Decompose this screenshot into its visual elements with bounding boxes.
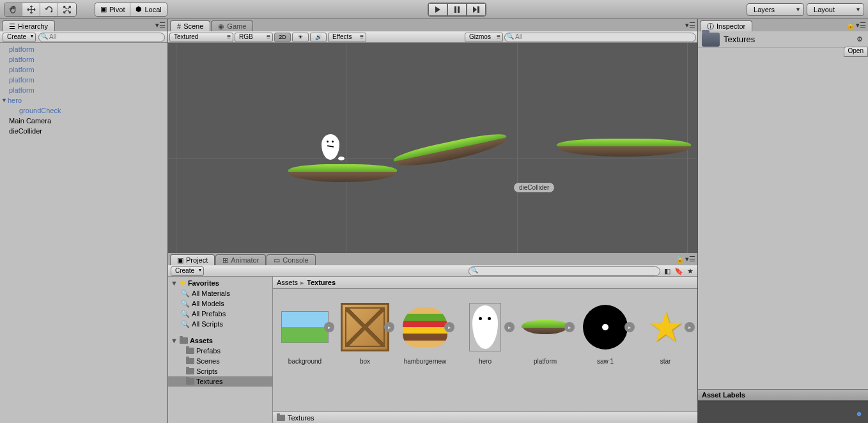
inspector-preview[interactable] bbox=[698, 401, 868, 423]
transform-tools bbox=[4, 3, 77, 17]
animator-tab[interactable]: ⊞ Animator bbox=[215, 254, 266, 265]
expand-icon[interactable]: ▸ bbox=[624, 322, 635, 332]
project-tree[interactable]: ▼★Favorites🔍All Materials🔍All Models🔍All… bbox=[168, 277, 273, 423]
hierarchy-item[interactable]: groundCheck bbox=[0, 105, 167, 116]
2d-toggle[interactable]: 2D bbox=[274, 33, 291, 42]
expand-icon[interactable]: ▸ bbox=[384, 322, 394, 332]
hierarchy-item[interactable]: ▼hero bbox=[0, 95, 167, 105]
effects-dropdown[interactable]: Effects bbox=[328, 33, 366, 42]
project-tab[interactable]: ▣ Project bbox=[170, 254, 215, 265]
folder-item[interactable]: Textures bbox=[168, 376, 272, 387]
project-tab-label: Project bbox=[186, 256, 208, 264]
save-search-icon[interactable]: ★ bbox=[686, 266, 695, 275]
scale-tool[interactable] bbox=[58, 3, 76, 16]
lock-icon[interactable]: 🔓 bbox=[676, 254, 685, 263]
audio-toggle[interactable]: 🔊 bbox=[310, 33, 327, 42]
breadcrumb-root[interactable]: Assets bbox=[277, 279, 298, 286]
scene-search[interactable]: All bbox=[504, 33, 696, 42]
inspector-panel: ⓘ Inspector 🔓 ▾☰ Textures ⚙ Open Asset L… bbox=[698, 19, 868, 423]
inspector-title: Textures bbox=[724, 35, 755, 44]
hierarchy-search[interactable]: All bbox=[38, 33, 165, 42]
hierarchy-item[interactable]: platform bbox=[0, 85, 167, 95]
asset-item[interactable]: ▸saw 1 bbox=[580, 302, 631, 365]
hierarchy-item[interactable]: platform bbox=[0, 54, 167, 65]
filter-label-icon[interactable]: 🔖 bbox=[674, 266, 683, 275]
hierarchy-tab[interactable]: ☰ Hierarchy bbox=[2, 20, 55, 31]
hierarchy-item[interactable]: platform bbox=[0, 75, 167, 85]
asset-labels-header[interactable]: Asset Labels bbox=[698, 389, 868, 401]
project-search[interactable] bbox=[469, 266, 660, 276]
scene-search-placeholder: All bbox=[515, 33, 522, 40]
hierarchy-list[interactable]: platformplatformplatformplatformplatform… bbox=[0, 43, 167, 423]
pivot-label: Pivot bbox=[109, 6, 125, 13]
breadcrumb-current[interactable]: Textures bbox=[307, 279, 336, 286]
hierarchy-item[interactable]: dieCollider bbox=[0, 126, 167, 136]
assets-header[interactable]: ▼Assets bbox=[168, 335, 272, 346]
open-button[interactable]: Open bbox=[844, 47, 868, 57]
local-toggle[interactable]: ⬢ Local bbox=[130, 3, 166, 16]
console-tab[interactable]: ▭ Console bbox=[267, 254, 315, 265]
layout-dropdown[interactable]: Layout bbox=[807, 3, 864, 16]
expand-icon[interactable]: ▸ bbox=[504, 322, 515, 332]
game-tab[interactable]: ◉ Game bbox=[211, 20, 253, 31]
layout-label: Layout bbox=[814, 6, 835, 13]
asset-item[interactable]: ▸box bbox=[339, 302, 391, 365]
top-toolbar: ▣ Pivot ⬢ Local Layers Layout bbox=[0, 0, 868, 19]
favorites-header[interactable]: ▼★Favorites bbox=[168, 278, 272, 288]
asset-grid[interactable]: ▸background▸box▸hamburgernew▸hero▸platfo… bbox=[273, 289, 697, 411]
gizmos-dropdown[interactable]: Gizmos bbox=[465, 33, 503, 42]
hierarchy-panel: ☰ Hierarchy ▾☰ Create All platformplatfo… bbox=[0, 19, 168, 423]
favorite-item[interactable]: 🔍All Scripts bbox=[168, 319, 272, 329]
layers-dropdown[interactable]: Layers bbox=[747, 3, 804, 16]
move-tool[interactable] bbox=[22, 3, 40, 16]
project-panel-options-icon[interactable]: ▾☰ bbox=[686, 254, 695, 263]
asset-item[interactable]: ▸hero bbox=[460, 302, 511, 365]
scene-tab[interactable]: # Scene bbox=[170, 20, 210, 31]
asset-item[interactable]: ★▸star bbox=[640, 302, 691, 365]
folder-icon bbox=[277, 415, 285, 421]
light-toggle[interactable]: ☀ bbox=[292, 33, 309, 42]
folder-item[interactable]: Prefabs bbox=[168, 346, 272, 356]
filter-type-icon[interactable]: ◧ bbox=[663, 266, 672, 275]
render-mode-dropdown[interactable]: RGB bbox=[235, 33, 273, 42]
play-button[interactable] bbox=[428, 3, 447, 16]
folder-item[interactable]: Scripts bbox=[168, 366, 272, 376]
scene-hero[interactable] bbox=[322, 134, 339, 160]
diecollider-label[interactable]: dieCollider bbox=[513, 182, 555, 193]
expand-icon[interactable]: ▸ bbox=[564, 322, 575, 332]
hierarchy-create-button[interactable]: Create bbox=[3, 33, 36, 42]
asset-item[interactable]: ▸hamburgernew bbox=[399, 302, 451, 365]
scene-tab-label: Scene bbox=[183, 22, 203, 30]
panel-options-icon[interactable]: ▾☰ bbox=[156, 20, 165, 29]
breadcrumb-separator-icon: ▸ bbox=[300, 279, 304, 287]
scene-panel-options-icon[interactable]: ▾☰ bbox=[686, 20, 695, 29]
inspector-lock-icon[interactable]: 🔓 bbox=[846, 20, 855, 29]
project-create-button[interactable]: Create bbox=[171, 266, 204, 276]
footer-path: Textures bbox=[288, 414, 314, 422]
scene-platform[interactable] bbox=[288, 164, 397, 183]
scene-platform[interactable] bbox=[392, 130, 509, 173]
expand-icon[interactable]: ▸ bbox=[324, 322, 334, 332]
component-options-icon[interactable]: ⚙ bbox=[855, 35, 864, 44]
hand-tool[interactable] bbox=[4, 3, 22, 16]
hierarchy-item[interactable]: platform bbox=[0, 65, 167, 75]
pause-button[interactable] bbox=[447, 3, 467, 16]
asset-item[interactable]: ▸platform bbox=[520, 302, 571, 365]
expand-icon[interactable]: ▸ bbox=[444, 322, 454, 332]
step-button[interactable] bbox=[467, 3, 486, 16]
hierarchy-item[interactable]: Main Camera bbox=[0, 116, 167, 126]
expand-icon[interactable]: ▸ bbox=[685, 322, 695, 332]
favorite-item[interactable]: 🔍All Prefabs bbox=[168, 309, 272, 319]
scene-view[interactable]: dieCollider bbox=[168, 43, 697, 253]
pivot-local-group: ▣ Pivot ⬢ Local bbox=[95, 3, 167, 17]
hierarchy-item[interactable]: platform bbox=[0, 44, 167, 54]
scene-platform[interactable] bbox=[557, 139, 691, 158]
inspector-panel-options-icon[interactable]: ▾☰ bbox=[856, 20, 865, 29]
favorite-item[interactable]: 🔍All Materials bbox=[168, 288, 272, 298]
folder-item[interactable]: Scenes bbox=[168, 356, 272, 366]
favorite-item[interactable]: 🔍All Models bbox=[168, 298, 272, 309]
rotate-tool[interactable] bbox=[40, 3, 58, 16]
shading-mode-dropdown[interactable]: Textured bbox=[169, 33, 233, 42]
asset-item[interactable]: ▸background bbox=[279, 302, 330, 365]
pivot-toggle[interactable]: ▣ Pivot bbox=[95, 3, 130, 16]
